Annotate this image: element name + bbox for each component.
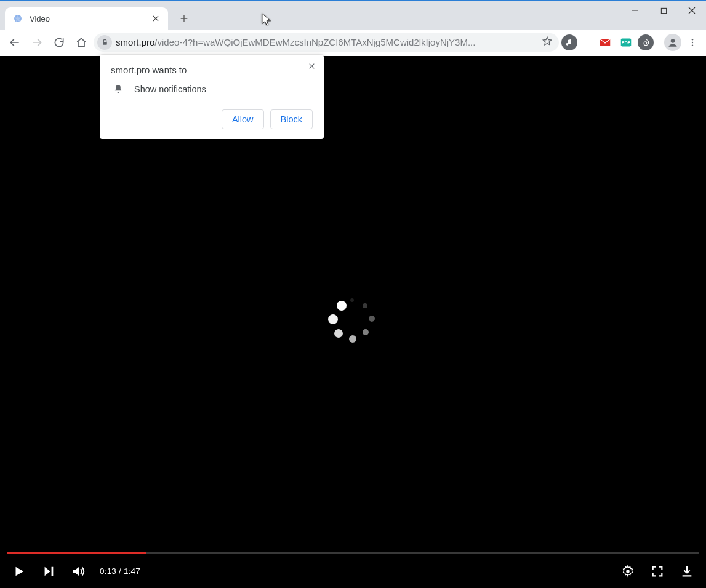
total-duration: 1:47 xyxy=(124,566,140,576)
next-button[interactable] xyxy=(41,563,57,579)
close-tab-icon[interactable] xyxy=(151,14,161,23)
reload-button[interactable] xyxy=(49,33,69,52)
lock-icon[interactable] xyxy=(97,35,112,50)
loading-spinner xyxy=(327,296,380,349)
svg-rect-1 xyxy=(661,8,666,13)
url-path: /video-4?h=waWQiOjEwMDEwMzcsInNpZCI6MTAx… xyxy=(154,37,475,47)
bookmark-star-icon[interactable] xyxy=(542,36,553,49)
fullscreen-button[interactable] xyxy=(649,563,665,579)
time-display: 0:13 / 1:47 xyxy=(100,566,140,576)
close-window-button[interactable] xyxy=(678,1,706,20)
forward-button[interactable] xyxy=(27,33,47,52)
url-text: smort.pro/video-4?h=waWQiOjEwMDEwMzcsInN… xyxy=(116,37,538,47)
toolbar-separator xyxy=(659,36,659,49)
permission-item: Show notifications xyxy=(112,84,313,95)
svg-text:PDF: PDF xyxy=(622,39,631,45)
notification-permission-dialog: smort.pro wants to Show notifications Al… xyxy=(100,55,324,139)
svg-point-7 xyxy=(692,41,693,42)
play-button[interactable] xyxy=(11,563,27,579)
extension-music-icon[interactable] xyxy=(561,34,577,50)
extension-swirl-icon[interactable] xyxy=(638,34,654,50)
svg-point-6 xyxy=(692,39,693,40)
browser-menu-icon[interactable] xyxy=(684,33,701,52)
svg-rect-2 xyxy=(103,42,107,45)
extension-mail-icon[interactable] xyxy=(596,33,614,52)
browser-toolbar: smort.pro/video-4?h=waWQiOjEwMDEwMzcsInN… xyxy=(0,30,706,55)
svg-point-9 xyxy=(626,570,630,573)
extension-pdf-icon[interactable]: PDF xyxy=(617,33,635,52)
tab-favicon xyxy=(12,13,23,24)
download-button[interactable] xyxy=(679,563,695,579)
dialog-close-icon[interactable] xyxy=(305,60,318,72)
tab-strip: Video xyxy=(0,1,706,30)
permission-label: Show notifications xyxy=(134,84,206,94)
dialog-title: smort.pro wants to xyxy=(111,65,313,75)
svg-point-8 xyxy=(692,44,693,46)
mouse-cursor xyxy=(262,13,273,29)
new-tab-button[interactable] xyxy=(175,10,193,27)
svg-point-5 xyxy=(671,39,675,43)
allow-button[interactable]: Allow xyxy=(222,109,264,129)
home-button[interactable] xyxy=(71,33,91,52)
player-controls: 0:13 / 1:47 xyxy=(0,554,706,588)
bell-icon xyxy=(112,84,124,95)
maximize-button[interactable] xyxy=(649,1,678,20)
tab-title: Video xyxy=(30,14,145,23)
settings-button[interactable] xyxy=(620,563,636,579)
current-time: 0:13 xyxy=(100,566,116,576)
address-bar[interactable]: smort.pro/video-4?h=waWQiOjEwMDEwMzcsInN… xyxy=(94,33,559,52)
url-host: smort.pro xyxy=(116,37,154,47)
minimize-button[interactable] xyxy=(621,1,649,20)
window-controls xyxy=(621,1,706,20)
browser-tab[interactable]: Video xyxy=(5,7,168,30)
volume-button[interactable] xyxy=(70,563,86,579)
back-button[interactable] xyxy=(5,33,25,52)
block-button[interactable]: Block xyxy=(270,109,313,129)
profile-avatar[interactable] xyxy=(664,34,681,51)
